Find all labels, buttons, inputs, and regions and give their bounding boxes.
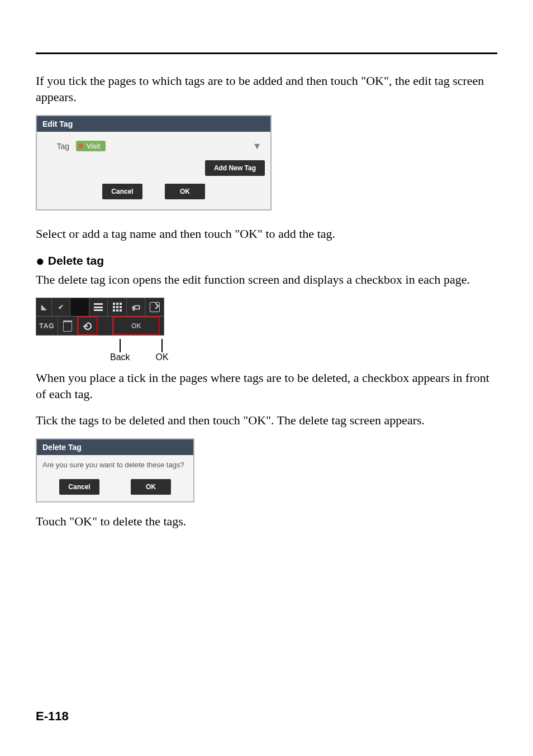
dropdown-chevron-icon[interactable]: ▼ — [253, 141, 261, 151]
callout-back-label: Back — [110, 352, 130, 362]
toolbar-delete-tag-icon[interactable] — [58, 317, 78, 335]
tag-chip[interactable]: Visit — [76, 141, 106, 151]
delete-tag-panel: Delete Tag Are you sure you want to dele… — [36, 438, 194, 503]
callout-ok: OK — [156, 339, 169, 362]
delete-intro-text: The delete tag icon opens the edit funct… — [36, 272, 497, 288]
toolbar-list-icon[interactable] — [89, 298, 108, 316]
toolbar-back-button[interactable] — [78, 317, 98, 335]
toolbar-grid-icon[interactable] — [108, 298, 127, 316]
toolbar-gap — [98, 317, 113, 335]
toolbar-edit-icon[interactable] — [145, 298, 164, 316]
toolbar-callouts: Back OK — [110, 339, 497, 362]
callout-back: Back — [110, 339, 130, 362]
tag-chip-label: Visit — [87, 142, 100, 150]
toolbar-row-1: ◣ ✔ 🏷 — [36, 298, 164, 317]
delete-tag-heading-label: Delete tag — [48, 254, 104, 267]
edit-tag-ok-button[interactable]: OK — [165, 184, 205, 199]
page-number: E-118 — [36, 709, 69, 724]
delete-tag-title: Delete Tag — [37, 439, 193, 455]
delete-tag-message: Are you sure you want to delete these ta… — [37, 455, 193, 479]
delete-tag-heading: ●Delete tag — [36, 252, 497, 270]
tag-color-icon — [78, 143, 83, 149]
toolbar-row-2: TAG OK — [36, 317, 164, 336]
back-arrow-icon — [83, 321, 93, 331]
toolbar-figure: ◣ ✔ 🏷 TAG OK — [36, 298, 497, 336]
tag-row: Tag Visit ▼ — [37, 132, 270, 157]
after-edit-text: Select or add a tag name and then touch … — [36, 226, 497, 242]
delete-para-1: When you place a tick in the pages where… — [36, 370, 497, 402]
edit-tag-cancel-button[interactable]: Cancel — [102, 184, 142, 199]
toolbar-tag-label[interactable]: TAG — [36, 317, 58, 335]
delete-para-2: Tick the tags to be deleted and then tou… — [36, 413, 497, 429]
toolbar-tag-icon[interactable]: 🏷 — [127, 298, 146, 316]
delete-final-text: Touch "OK" to delete the tags. — [36, 514, 497, 530]
tag-field-label: Tag — [41, 142, 69, 151]
add-new-tag-button[interactable]: Add New Tag — [205, 160, 265, 176]
edit-tag-title: Edit Tag — [37, 116, 270, 132]
toolbar-pointer-icon[interactable]: ◣ — [36, 298, 52, 316]
toolbar-spacer — [70, 298, 89, 316]
edit-tag-panel: Edit Tag Tag Visit ▼ Add New Tag Cancel … — [36, 115, 272, 210]
toolbar-ok-button[interactable]: OK — [113, 317, 160, 335]
bullet-icon: ● — [36, 252, 45, 269]
toolbar-check-icon[interactable]: ✔ — [52, 298, 71, 316]
intro-text: If you tick the pages to which tags are … — [36, 73, 497, 105]
callout-ok-label: OK — [156, 352, 169, 362]
delete-tag-ok-button[interactable]: OK — [131, 479, 171, 495]
delete-tag-cancel-button[interactable]: Cancel — [59, 479, 99, 495]
top-rule — [36, 52, 497, 54]
